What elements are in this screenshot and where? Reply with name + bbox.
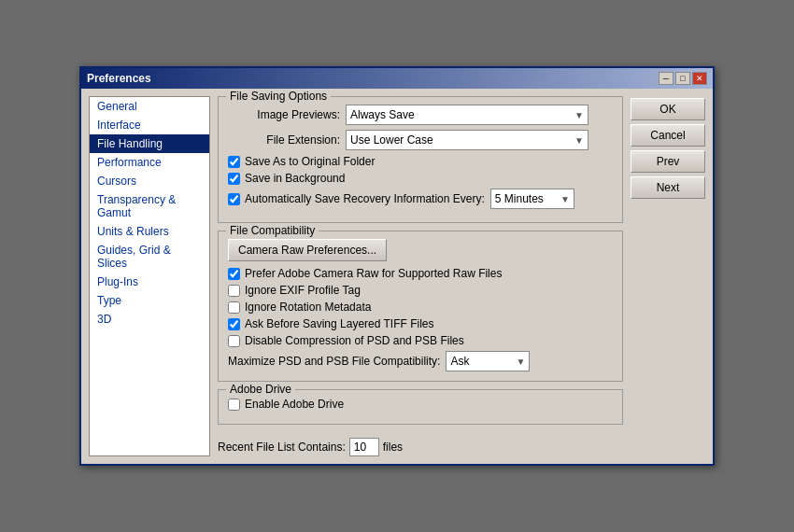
enable-adobe-drive-label: Enable Adobe Drive [245,398,344,411]
title-bar-controls: ─ □ ✕ [659,72,707,85]
save-background-label: Save in Background [245,172,345,185]
save-original-label: Save As to Original Folder [245,155,375,168]
auto-save-row: Automatically Save Recovery Information … [228,189,613,209]
ignore-rotation-label: Ignore Rotation Metadata [245,301,371,314]
sidebar-item-cursors[interactable]: Cursors [90,172,209,190]
maximize-row: Maximize PSD and PSB File Compatibility:… [228,351,613,371]
next-button[interactable]: Next [631,176,705,199]
close-button[interactable]: ✕ [692,72,707,85]
file-extension-label: File Extension: [228,133,340,147]
ignore-rotation-checkbox[interactable] [228,301,240,314]
sidebar-item-transparency-gamut[interactable]: Transparency & Gamut [90,190,209,222]
sidebar-item-file-handling[interactable]: File Handling [90,134,209,153]
file-extension-arrow: ▼ [574,135,584,146]
auto-save-label: Automatically Save Recovery Information … [245,192,485,205]
disable-compression-checkbox[interactable] [228,335,240,347]
auto-save-checkbox[interactable] [228,193,240,205]
ignore-rotation-row: Ignore Rotation Metadata [228,301,613,314]
disable-compression-row: Disable Compression of PSD and PSB Files [228,334,613,347]
image-previews-select[interactable]: Always Save ▼ [346,105,588,125]
prev-button[interactable]: Prev [631,150,705,173]
sidebar: General Interface File Handling Performa… [89,96,210,456]
sidebar-item-performance[interactable]: Performance [90,153,209,172]
save-original-checkbox[interactable] [228,156,240,168]
prefer-camera-raw-label: Prefer Adobe Camera Raw for Supported Ra… [245,267,502,280]
save-background-checkbox[interactable] [228,173,240,185]
dialog-body: General Interface File Handling Performa… [81,89,713,464]
recent-file-label-before: Recent File List Contains: [218,441,346,454]
recent-file-label-after: files [383,441,403,454]
disable-compression-label: Disable Compression of PSD and PSB Files [245,334,464,347]
file-saving-section: File Saving Options Image Previews: Alwa… [218,96,623,223]
sidebar-item-plug-ins[interactable]: Plug-Ins [90,273,209,291]
button-panel: OK Cancel Prev Next [631,96,705,456]
sidebar-item-interface[interactable]: Interface [90,116,209,134]
file-extension-select[interactable]: Use Lower Case ▼ [346,130,588,150]
sidebar-item-guides-grid-slices[interactable]: Guides, Grid & Slices [90,241,209,273]
prefer-camera-raw-row: Prefer Adobe Camera Raw for Supported Ra… [228,267,613,280]
file-extension-row: File Extension: Use Lower Case ▼ [228,130,613,150]
sidebar-item-3d[interactable]: 3D [90,310,209,329]
maximize-arrow: ▼ [517,357,526,367]
camera-raw-preferences-button[interactable]: Camera Raw Preferences... [228,239,387,261]
cancel-button[interactable]: Cancel [631,124,705,147]
adobe-drive-title: Adobe Drive [226,383,295,396]
enable-adobe-drive-checkbox[interactable] [228,399,240,411]
ok-button[interactable]: OK [631,98,705,120]
maximize-select[interactable]: Ask ▼ [446,351,530,371]
title-bar: Preferences ─ □ ✕ [81,68,713,89]
minimize-button[interactable]: ─ [659,72,673,85]
auto-save-select[interactable]: 5 Minutes ▼ [490,189,574,209]
dialog-title: Preferences [87,72,151,85]
ask-tiff-label: Ask Before Saving Layered TIFF Files [245,317,434,330]
recent-file-count-input[interactable] [349,438,379,456]
image-previews-row: Image Previews: Always Save ▼ [228,105,613,125]
ignore-exif-row: Ignore EXIF Profile Tag [228,284,613,297]
maximize-label: Maximize PSD and PSB File Compatibility: [228,355,440,368]
save-background-row: Save in Background [228,172,613,185]
image-previews-label: Image Previews: [228,108,340,121]
ask-tiff-checkbox[interactable] [228,318,240,330]
ignore-exif-label: Ignore EXIF Profile Tag [245,284,361,297]
file-saving-title: File Saving Options [226,90,331,103]
file-compatibility-title: File Compatibility [226,224,319,237]
sidebar-item-type[interactable]: Type [90,291,209,310]
image-previews-arrow: ▼ [574,110,584,120]
maximize-button[interactable]: □ [675,72,690,85]
file-compatibility-section: File Compatibility Camera Raw Preference… [218,231,623,382]
enable-adobe-drive-row: Enable Adobe Drive [228,398,613,411]
sidebar-item-general[interactable]: General [90,97,209,116]
ask-tiff-row: Ask Before Saving Layered TIFF Files [228,317,613,330]
adobe-drive-section: Adobe Drive Enable Adobe Drive [218,389,623,425]
save-original-row: Save As to Original Folder [228,155,613,168]
preferences-dialog: Preferences ─ □ ✕ General Interface File… [79,66,715,466]
sidebar-item-units-rulers[interactable]: Units & Rulers [90,222,209,241]
prefer-camera-raw-checkbox[interactable] [228,268,240,280]
ignore-exif-checkbox[interactable] [228,285,240,297]
auto-save-arrow: ▼ [560,194,570,204]
content-area: File Saving Options Image Previews: Alwa… [218,96,623,456]
recent-file-row: Recent File List Contains: files [218,438,623,456]
